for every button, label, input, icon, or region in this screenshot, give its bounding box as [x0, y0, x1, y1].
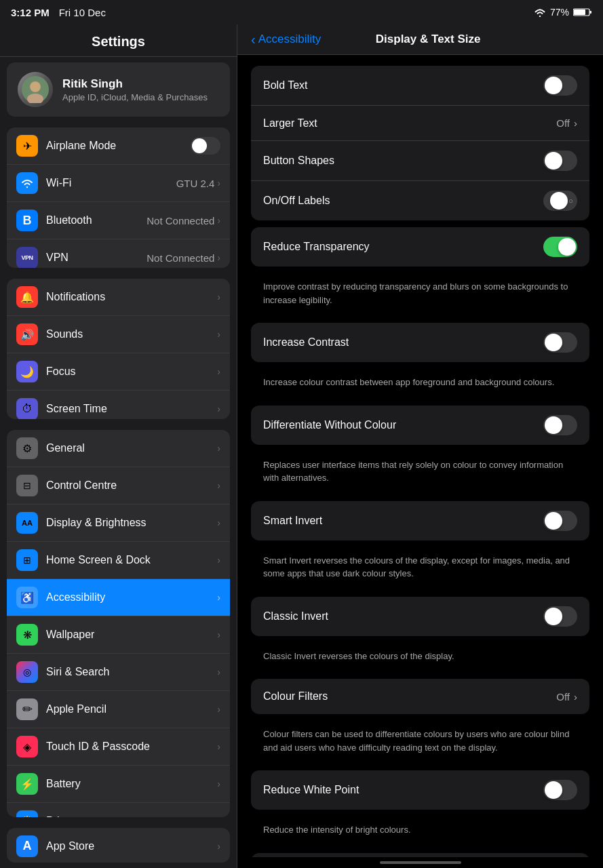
larger-text-value: Off	[556, 117, 570, 129]
battery-chevron: ›	[217, 778, 220, 789]
smart-invert-toggle[interactable]	[543, 511, 577, 531]
status-time: 3:12 PM	[11, 7, 50, 18]
display-icon: AA	[16, 512, 38, 534]
privacy-icon: 🖐	[16, 810, 38, 817]
back-button[interactable]: ‹ Accessibility	[251, 33, 321, 46]
touchid-icon: ◈	[16, 736, 38, 757]
sidebar-item-display[interactable]: AA Display & Brightness ›	[7, 505, 230, 542]
colour-filters-label: Colour Filters	[263, 690, 556, 703]
colour-filters-desc: Colour filters can be used to differenti…	[251, 721, 589, 764]
screentime-icon: ⏱	[16, 398, 38, 419]
back-label: Accessibility	[258, 33, 322, 46]
status-date: Fri 10 Dec	[59, 7, 106, 18]
siri-icon: ◎	[16, 661, 38, 683]
sidebar-item-airplane[interactable]: ✈ Airplane Mode	[7, 127, 230, 165]
sidebar: Settings Ritik Singh Apple ID, iCloud, M…	[0, 24, 237, 868]
sidebar-item-focus[interactable]: 🌙 Focus ›	[7, 353, 230, 391]
reduce-transparency-toggle[interactable]	[543, 237, 577, 257]
general-label: General	[46, 442, 217, 454]
notifications-chevron: ›	[217, 292, 220, 302]
battery-label: Battery	[46, 778, 217, 790]
bold-text-toggle[interactable]	[543, 75, 577, 96]
back-chevron-icon: ‹	[251, 33, 256, 46]
sidebar-item-accessibility[interactable]: ♿ Accessibility ›	[7, 579, 230, 616]
controlcentre-label: Control Centre	[46, 479, 217, 492]
airplane-label: Airplane Mode	[46, 140, 185, 152]
accessibility-icon: ♿	[16, 587, 38, 608]
classic-invert-row[interactable]: Classic Invert	[251, 597, 589, 636]
sidebar-item-siri[interactable]: ◎ Siri & Search ›	[7, 654, 230, 691]
appstore-label: App Store	[46, 840, 217, 852]
wifi-chevron: ›	[217, 178, 220, 189]
smart-invert-desc: Smart Invert reverses the colours of the…	[251, 547, 589, 590]
differentiate-colour-group: Differentiate Without Colour	[251, 406, 589, 445]
sidebar-item-controlcentre[interactable]: ⊟ Control Centre ›	[7, 467, 230, 505]
airplane-icon: ✈	[16, 135, 38, 157]
controlcentre-chevron: ›	[217, 480, 220, 491]
onoff-labels-toggle[interactable]: ○	[543, 191, 577, 211]
sidebar-title: Settings	[0, 24, 237, 57]
battery-icon	[573, 7, 592, 17]
colour-filters-row[interactable]: Colour Filters Off ›	[251, 679, 589, 714]
smart-invert-row[interactable]: Smart Invert	[251, 501, 589, 540]
airplane-toggle[interactable]	[191, 137, 220, 155]
avatar	[18, 72, 53, 107]
sidebar-item-screentime[interactable]: ⏱ Screen Time ›	[7, 391, 230, 419]
connectivity-group: ✈ Airplane Mode Wi-Fi GTU 2.4 ›	[7, 127, 230, 268]
reduce-white-point-label: Reduce White Point	[263, 784, 543, 796]
wifi-value: GTU 2.4	[176, 178, 215, 189]
sidebar-item-vpn[interactable]: VPN VPN Not Connected ›	[7, 239, 230, 268]
sidebar-item-applepencil[interactable]: ✏ Apple Pencil ›	[7, 691, 230, 728]
touchid-label: Touch ID & Passcode	[46, 741, 217, 753]
sidebar-item-privacy[interactable]: 🖐 Privacy ›	[7, 803, 230, 817]
wallpaper-chevron: ›	[217, 629, 220, 640]
sidebar-item-wifi[interactable]: Wi-Fi GTU 2.4 ›	[7, 165, 230, 202]
increase-contrast-row[interactable]: Increase Contrast	[251, 323, 589, 362]
home-indicator	[380, 861, 461, 864]
homescreen-chevron: ›	[217, 555, 220, 566]
larger-text-chevron: ›	[574, 117, 577, 129]
applepencil-label: Apple Pencil	[46, 703, 217, 715]
profile-section[interactable]: Ritik Singh Apple ID, iCloud, Media & Pu…	[7, 62, 230, 117]
sidebar-item-general[interactable]: ⚙ General ›	[7, 430, 230, 467]
sidebar-item-wallpaper[interactable]: ❋ Wallpaper ›	[7, 616, 230, 654]
reduce-transparency-label: Reduce Transparency	[263, 241, 543, 253]
onoff-labels-row[interactable]: On/Off Labels ○	[251, 181, 589, 220]
increase-contrast-toggle[interactable]	[543, 332, 577, 353]
reduce-transparency-desc: Improve contrast by reducing transparenc…	[251, 273, 589, 316]
general-icon: ⚙	[16, 437, 38, 459]
appstore-icon: A	[16, 835, 38, 857]
differentiate-colour-toggle[interactable]	[543, 415, 577, 435]
sidebar-item-bluetooth[interactable]: B Bluetooth Not Connected ›	[7, 202, 230, 239]
sidebar-item-touchid[interactable]: ◈ Touch ID & Passcode ›	[7, 728, 230, 766]
right-panel: ‹ Accessibility Display & Text Size Bold…	[237, 24, 603, 868]
sidebar-item-notifications[interactable]: 🔔 Notifications ›	[7, 279, 230, 316]
smart-invert-group: Smart Invert	[251, 501, 589, 540]
differentiate-colour-row[interactable]: Differentiate Without Colour	[251, 406, 589, 445]
sidebar-item-homescreen[interactable]: ⊞ Home Screen & Dock ›	[7, 542, 230, 579]
increase-contrast-desc: Increase colour contrast between app for…	[251, 369, 589, 399]
battery-settings-icon: ⚡	[16, 773, 38, 795]
reduce-white-point-toggle[interactable]	[543, 780, 577, 800]
status-icons: 77%	[534, 7, 592, 18]
wifi-label: Wi-Fi	[46, 177, 176, 189]
button-shapes-row[interactable]: Button Shapes	[251, 141, 589, 181]
bold-text-row[interactable]: Bold Text	[251, 66, 589, 106]
sidebar-item-appstore[interactable]: A App Store ›	[7, 828, 230, 863]
reduce-transparency-row[interactable]: Reduce Transparency	[251, 227, 589, 267]
sidebar-item-sounds[interactable]: 🔊 Sounds ›	[7, 316, 230, 353]
siri-label: Siri & Search	[46, 666, 217, 678]
button-shapes-toggle[interactable]	[543, 151, 577, 171]
larger-text-row[interactable]: Larger Text Off ›	[251, 106, 589, 141]
classic-invert-toggle[interactable]	[543, 606, 577, 627]
sidebar-item-battery[interactable]: ⚡ Battery ›	[7, 766, 230, 803]
screentime-chevron: ›	[217, 403, 220, 414]
onoff-labels-label: On/Off Labels	[263, 195, 543, 207]
privacy-label: Privacy	[46, 815, 217, 817]
battery-percent: 77%	[550, 7, 569, 18]
reduce-white-point-row[interactable]: Reduce White Point	[251, 770, 589, 810]
homescreen-label: Home Screen & Dock	[46, 554, 217, 566]
svg-rect-1	[574, 9, 585, 15]
reduce-transparency-group: Reduce Transparency	[251, 227, 589, 267]
button-shapes-label: Button Shapes	[263, 155, 543, 167]
